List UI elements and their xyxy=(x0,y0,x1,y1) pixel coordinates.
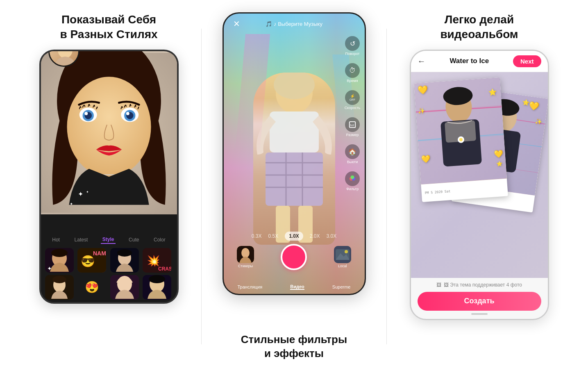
svg-text:NAME: NAME xyxy=(93,250,106,257)
rotate-icon: ↺ xyxy=(345,36,360,51)
tab-broadcast[interactable]: Трансляция xyxy=(238,284,263,289)
star-emoji-1: ⭐ xyxy=(522,98,529,106)
phone-1-footer: Sticker Music Magic xyxy=(41,302,177,304)
polaroid-date-front: PM S 2020 Sat xyxy=(425,189,450,195)
star-emoji-2: ✨ xyxy=(534,118,542,125)
size-icon: full xyxy=(345,117,360,132)
sticker-item[interactable] xyxy=(110,275,139,300)
phone-1-face: ✦ ✦ ✦ xyxy=(41,51,177,214)
time-control[interactable]: ⏱ Время xyxy=(345,63,361,83)
beauty-icon: 🏠 xyxy=(345,144,360,159)
sticker-item[interactable]: 💥 CRASH!! xyxy=(143,248,171,273)
size-label: Размер xyxy=(346,133,359,137)
section-2: ✕ 🎵 ♪ Выберите Музыку ↺ Поворот ⏱ Время xyxy=(202,12,386,361)
heart-emoji-1: 💛 xyxy=(528,100,540,111)
right-controls: ↺ Поворот ⏱ Время ⚡ OFF Скорость xyxy=(345,36,361,191)
section-1: Показывай Себя в Разных Стилях xyxy=(16,12,201,361)
polaroid-front: 💛 ⭐ ✨ 💛 💛 ⭐ PM S 2020 Sat xyxy=(414,77,508,202)
photo-collage: 💛 ⭐ ✨ PM S 2020 Sat xyxy=(418,80,541,257)
filter-tabs[interactable]: Hot Latest Style Cute Color xyxy=(41,232,177,246)
speed-icon: ⚡ OFF xyxy=(345,90,360,105)
beauty-label: Бьюти xyxy=(347,160,358,164)
star-emoji-4: ⭐ xyxy=(496,160,502,166)
svg-point-10 xyxy=(126,112,129,115)
phone-3-title: Water to Ice xyxy=(450,57,489,65)
svg-point-6 xyxy=(84,112,88,115)
sticker-capture-label: Стикеры xyxy=(238,264,253,268)
heart-emoji-2: 💛 xyxy=(417,84,428,95)
polaroid-front-img: 💛 ⭐ ✨ 💛 💛 ⭐ xyxy=(414,77,507,184)
capture-row: Стикеры Local xyxy=(224,244,365,270)
phone-3-footer: 🖼 🖼 Эта тема поддерживает 4 фото Создать xyxy=(411,278,548,319)
svg-text:full: full xyxy=(350,123,354,127)
zoom-bar: 0.3X 0.5X 1.0X 2.0X 3.0X xyxy=(224,232,365,241)
svg-text:CRASH!!: CRASH!! xyxy=(158,266,171,272)
svg-rect-40 xyxy=(266,152,323,206)
local-label: Local xyxy=(338,264,347,268)
svg-point-52 xyxy=(351,175,354,179)
time-icon: ⏱ xyxy=(345,63,360,78)
zoom-30[interactable]: 3.0X xyxy=(327,233,337,239)
filter-icon xyxy=(345,171,360,186)
sparkle-icon-2: ✦ xyxy=(70,202,73,206)
sticker-item[interactable] xyxy=(143,275,171,300)
tab-video[interactable]: Видео xyxy=(290,284,304,290)
sparkle-icon-3: ✦ xyxy=(86,190,89,194)
back-button[interactable]: ← xyxy=(418,57,426,66)
sticker-capture-area[interactable]: Стикеры xyxy=(237,246,254,268)
sparkle-icon: ✦ xyxy=(78,190,83,198)
filter-label: Фильтр xyxy=(346,187,359,191)
filter-control[interactable]: Фильтр xyxy=(345,171,361,191)
sticker-item[interactable] xyxy=(45,275,74,300)
capture-button[interactable] xyxy=(281,244,307,270)
tab-color[interactable]: Color xyxy=(152,236,167,243)
beauty-control[interactable]: 🏠 Бьюти xyxy=(345,144,361,164)
sticker-grid: ✦ 😎 NAME xyxy=(41,246,177,302)
time-label: Время xyxy=(347,79,358,83)
theme-note: 🖼 🖼 Эта тема поддерживает 4 фото xyxy=(418,282,541,288)
sticker-item[interactable]: 😎 NAME xyxy=(77,248,106,273)
zoom-05[interactable]: 0.5X xyxy=(268,233,278,239)
zoom-10[interactable]: 1.0X xyxy=(285,232,303,241)
size-control[interactable]: full Размер xyxy=(345,117,361,137)
sticker-item[interactable]: ✦ xyxy=(45,248,74,273)
close-icon[interactable]: ✕ xyxy=(230,17,243,30)
zoom-03[interactable]: 0.3X xyxy=(252,233,262,239)
sticker-item[interactable]: 😍 xyxy=(77,275,106,300)
music-label: 🎵 ♪ Выберите Музыку xyxy=(266,21,322,27)
tab-style[interactable]: Style xyxy=(101,236,116,244)
main-container: Показывай Себя в Разных Стилях xyxy=(0,0,588,373)
svg-point-54 xyxy=(241,248,250,258)
tab-latest[interactable]: Latest xyxy=(73,236,90,243)
svg-point-58 xyxy=(345,250,348,253)
create-button[interactable]: Создать xyxy=(418,292,541,311)
phone-1-bottom: Hot Latest Style Cute Color xyxy=(41,214,177,302)
bottom-tabs-2: Трансляция Видео Superme xyxy=(224,284,365,290)
svg-text:✦: ✦ xyxy=(47,265,52,272)
svg-point-23 xyxy=(117,249,132,257)
tab-hot[interactable]: Hot xyxy=(50,236,61,243)
person-silhouette xyxy=(253,73,335,245)
tab-superme[interactable]: Superme xyxy=(332,284,351,289)
speed-label: Скорость xyxy=(345,106,361,110)
phone-3: ← Water to Ice Next xyxy=(410,50,549,320)
phone-1: ✦ ✦ ✦ Hot Latest Style Cute Color xyxy=(39,50,179,304)
section-1-title: Показывай Себя в Разных Стилях xyxy=(60,12,157,42)
local-capture-area[interactable]: Local xyxy=(334,246,351,268)
speed-control[interactable]: ⚡ OFF Скорость xyxy=(345,90,361,110)
sticker-thumb xyxy=(237,246,254,263)
sticker-item[interactable] xyxy=(110,248,139,273)
starburst-emoji: ✨ xyxy=(418,107,425,114)
music-note-icon: 🎵 xyxy=(266,21,272,27)
next-button[interactable]: Next xyxy=(513,55,541,67)
phone-2: ✕ 🎵 ♪ Выберите Музыку ↺ Поворот ⏱ Время xyxy=(222,12,366,295)
svg-text:💥: 💥 xyxy=(147,254,160,267)
rotate-control[interactable]: ↺ Поворот xyxy=(345,36,361,56)
phone-3-content: 💛 ⭐ ✨ PM S 2020 Sat xyxy=(411,72,548,319)
zoom-20[interactable]: 2.0X xyxy=(310,233,320,239)
svg-point-29 xyxy=(52,276,66,283)
tab-cute[interactable]: Cute xyxy=(127,236,141,243)
bottom-handle xyxy=(471,313,488,315)
local-thumb xyxy=(334,246,351,263)
heart-emoji-4: 💛 xyxy=(493,149,503,158)
